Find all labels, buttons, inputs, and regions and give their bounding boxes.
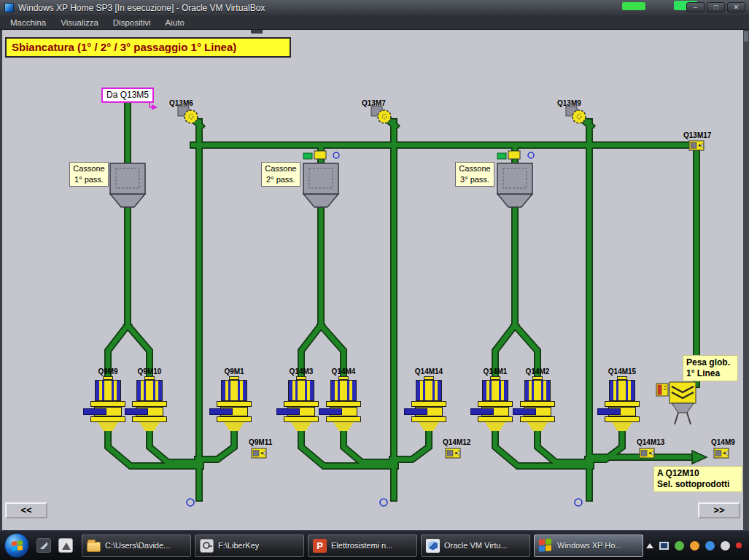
scrollbar-thumb[interactable] — [744, 31, 748, 42]
alert-icon[interactable] — [736, 542, 742, 548]
taskbar-button-virtualbox[interactable]: Oracle VM Virtu... — [421, 534, 530, 557]
motor-unit-q14m2[interactable]: Q14M2 — [517, 367, 558, 431]
key-icon — [200, 539, 214, 553]
start-button[interactable] — [4, 533, 29, 558]
nav-prev-button[interactable]: << — [5, 502, 47, 518]
motor-unit-q14m14[interactable]: Q14M14 — [408, 367, 449, 431]
powerpoint-icon: P — [313, 539, 327, 553]
device-icon-q14m13[interactable] — [640, 448, 654, 458]
update-icon[interactable] — [690, 541, 699, 551]
tag-q14m13: Q14M13 — [637, 438, 664, 447]
titlebar: Windows XP Home SP3 [In esecuzione] - Or… — [0, 0, 749, 15]
quicklaunch-tool-icon[interactable] — [36, 538, 51, 553]
device-icon-q9m11[interactable] — [252, 448, 266, 458]
virtualbox-logo-icon — [4, 3, 14, 12]
nav-next-button[interactable]: >> — [698, 502, 740, 518]
motor-unit-q9m10[interactable]: Q9M10 — [129, 367, 170, 431]
drain-port-3 — [575, 499, 582, 506]
menubar: Macchina Visualizza Dispositivi Aiuto — [0, 15, 749, 30]
folder-icon — [87, 542, 101, 552]
conveyor-icon-q13m7[interactable] — [371, 106, 391, 123]
virtualbox-icon — [426, 539, 440, 553]
taskbar-button-explorer[interactable]: C:\Users\Davide... — [82, 534, 191, 557]
close-button[interactable]: ✕ — [727, 2, 745, 12]
shield-icon[interactable] — [675, 541, 684, 551]
weigher-icon[interactable] — [656, 382, 696, 424]
window-controls: – □ ✕ — [686, 2, 745, 12]
system-tray — [646, 541, 745, 551]
scrollbar[interactable] — [743, 30, 749, 530]
minimize-button[interactable]: – — [686, 2, 705, 12]
tag-q9m11: Q9M11 — [249, 438, 272, 447]
label-cassone-1: Cassone 1° pass. — [69, 162, 109, 187]
taskbar: C:\Users\Davide... F:\LiberKey P Elettro… — [0, 530, 749, 560]
menu-dispositivi[interactable]: Dispositivi — [106, 16, 158, 29]
windows-flag-icon — [539, 538, 553, 553]
conveyor-icon-q13m6[interactable] — [178, 106, 198, 123]
tag-q13m9: Q13M9 — [557, 99, 581, 108]
maximize-button[interactable]: □ — [707, 2, 725, 12]
network-icon[interactable] — [705, 541, 715, 551]
taskbar-button-powerpoint[interactable]: P Elettrosistemi n... — [308, 534, 417, 557]
label-cassone-2: Cassone 2° pass. — [261, 162, 300, 187]
page-title: Sbiancatura (1° / 2° / 3° passaggio 1° L… — [5, 37, 291, 58]
motor-unit-q14m15[interactable]: Q14M15 — [602, 367, 643, 431]
scada-screen: Sbiancatura (1° / 2° / 3° passaggio 1° L… — [0, 30, 749, 530]
pipes — [108, 103, 707, 498]
label-cassone-3: Cassone 3° pass. — [455, 162, 494, 187]
drain-port-1 — [187, 499, 194, 506]
chevron-up-icon[interactable] — [646, 543, 653, 548]
tag-q13m17: Q13M17 — [683, 131, 711, 140]
window-title: Windows XP Home SP3 [In esecuzione] - Or… — [18, 3, 265, 13]
menu-visualizza[interactable]: Visualizza — [53, 16, 106, 29]
flow-arrow — [692, 451, 707, 464]
display-icon[interactable] — [659, 542, 669, 550]
tag-q13m6: Q13M6 — [169, 99, 193, 108]
tag-q14m12: Q14M12 — [443, 438, 470, 447]
conveyor-icon-q13m9[interactable] — [566, 106, 586, 123]
taskbar-button-windows-xp[interactable]: Windows XP Ho... — [534, 534, 643, 557]
source-arrow — [150, 103, 158, 110]
drain-port-2 — [380, 499, 387, 506]
taskbar-button-liberkey[interactable]: F:\LiberKey — [195, 534, 304, 557]
source-link-da-q13m5[interactable]: Da Q13M5 — [101, 88, 154, 103]
hopper-cassone-1 — [110, 163, 145, 207]
tag-q14m9: Q14M9 — [711, 438, 735, 447]
label-output-q12m10: A Q12M10 Sel. sottoprodotti — [653, 466, 742, 492]
menu-aiuto[interactable]: Aiuto — [158, 16, 192, 29]
label-pesa-globale: Pesa glob. 1° Linea — [683, 355, 738, 381]
device-icon-q13m17[interactable] — [689, 141, 704, 150]
virtualbox-window: Windows XP Home SP3 [In esecuzione] - Or… — [0, 0, 749, 560]
hopper-cassone-3 — [497, 163, 532, 207]
motor-unit-q14m1[interactable]: Q14M1 — [475, 367, 516, 431]
device-icon-q14m12[interactable] — [446, 448, 460, 458]
quicklaunch-liberkey-icon[interactable] — [58, 538, 73, 553]
valve-group-cassone-3[interactable] — [497, 151, 534, 159]
menu-macchina[interactable]: Macchina — [3, 16, 53, 29]
status-indicator-green-1 — [622, 2, 645, 10]
hopper-cassone-2 — [303, 163, 338, 207]
tag-q13m7: Q13M7 — [362, 99, 386, 108]
motor-unit-q9m9[interactable]: Q9M9 — [88, 367, 128, 431]
task-buttons: C:\Users\Davide... F:\LiberKey P Elettro… — [82, 534, 643, 557]
motor-unit-q14m3[interactable]: Q14M3 — [281, 367, 322, 431]
motor-unit-q14m4[interactable]: Q14M4 — [323, 367, 364, 431]
motor-unit-q9m1[interactable]: Q9M1 — [214, 367, 255, 431]
device-icon-q14m9[interactable] — [714, 448, 729, 458]
windows-orb-icon — [12, 540, 23, 551]
vm-toolbar-tab[interactable] — [251, 30, 263, 34]
valve-group-cassone-2[interactable] — [303, 151, 339, 159]
volume-icon[interactable] — [721, 541, 730, 551]
